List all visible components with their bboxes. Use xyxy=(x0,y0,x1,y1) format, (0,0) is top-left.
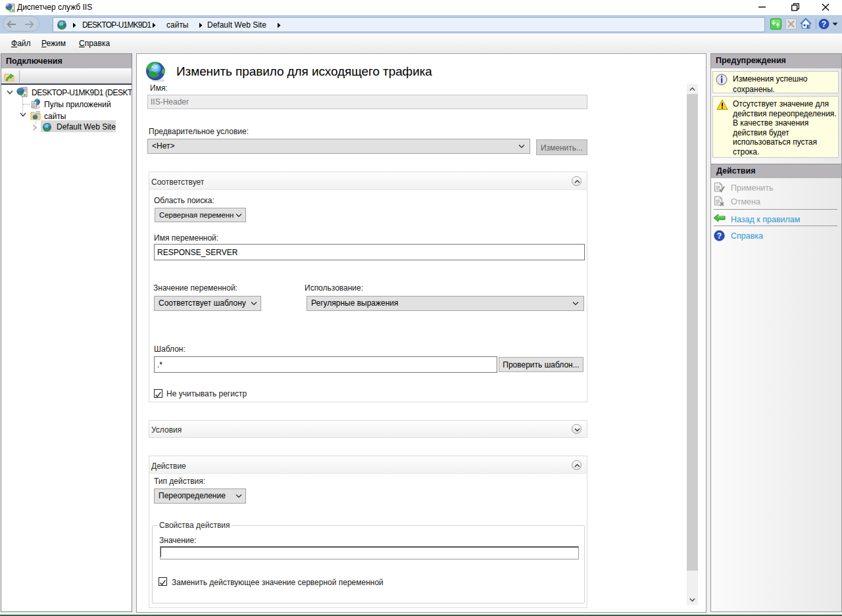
svg-text:?: ? xyxy=(717,231,722,241)
svg-text:?: ? xyxy=(822,20,826,29)
